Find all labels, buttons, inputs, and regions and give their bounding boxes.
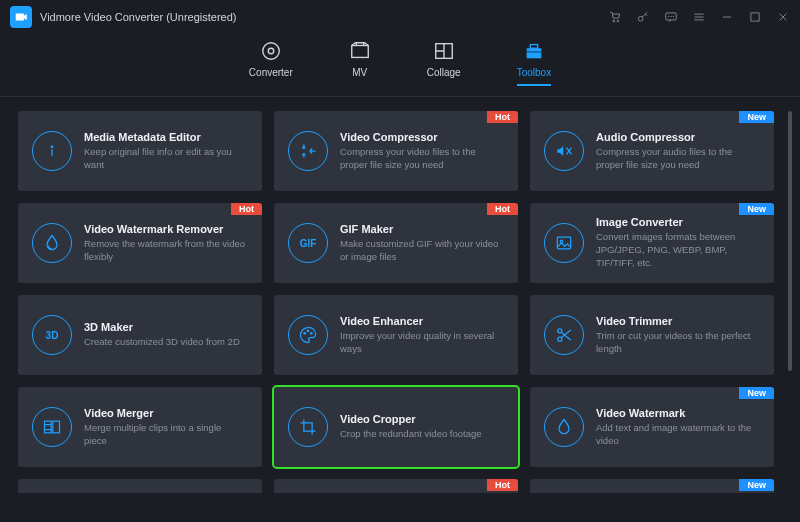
svg-point-3 [617,20,619,22]
svg-point-7 [671,16,672,17]
tool-desc: Improve your video quality in several wa… [340,330,502,356]
tool-title: Video Watermark Remover [84,223,246,235]
tool-title: Video Enhancer [340,315,502,327]
tool-card-merge[interactable]: Video MergerMerge multiple clips into a … [18,387,262,467]
droplet-icon [32,223,72,263]
converter-icon [260,40,282,62]
window-controls [608,10,790,24]
palette-icon [288,315,328,355]
cart-icon[interactable] [608,10,622,24]
svg-point-8 [673,16,674,17]
tool-card-palette[interactable]: Video EnhancerImprove your video quality… [274,295,518,375]
tool-desc: Add text and image watermark to the vide… [596,422,758,448]
titlebar: Vidmore Video Converter (Unregistered) [0,0,800,34]
tool-title: Video Watermark [596,407,758,419]
tool-title: Audio Compressor [596,131,758,143]
close-icon[interactable] [776,10,790,24]
svg-point-16 [51,146,53,148]
nav-converter[interactable]: Converter [249,40,293,86]
tool-title: Media Metadata Editor [84,131,246,143]
tool-desc: Make customized GIF with your video or i… [340,238,502,264]
tool-card-audio-compress[interactable]: NewAudio CompressorCompress your audio f… [530,111,774,191]
partial-card[interactable] [18,479,262,493]
gif-icon: GIF [288,223,328,263]
menu-icon[interactable] [692,10,706,24]
tool-card-droplet[interactable]: HotVideo Watermark RemoverRemove the wat… [18,203,262,283]
mv-icon [349,40,371,62]
tool-card-scissors[interactable]: Video TrimmerTrim or cut your videos to … [530,295,774,375]
collage-icon [433,40,455,62]
feedback-icon[interactable] [664,10,678,24]
svg-point-2 [613,20,615,22]
svg-point-21 [311,333,313,335]
nav-toolbox[interactable]: Toolbox [517,40,551,86]
water-icon [544,407,584,447]
partial-card[interactable]: Hot [274,479,518,493]
svg-point-10 [263,43,280,60]
new-badge: New [739,203,774,215]
tool-title: Video Trimmer [596,315,758,327]
tool-desc: Merge multiple clips into a single piece [84,422,246,448]
tool-desc: Remove the watermark from the video flex… [84,238,246,264]
tool-card-info[interactable]: Media Metadata EditorKeep original file … [18,111,262,191]
scrollbar-thumb[interactable] [788,111,792,371]
tool-card-3d[interactable]: 3D3D MakerCreate customized 3D video fro… [18,295,262,375]
minimize-icon[interactable] [720,10,734,24]
nav-mv[interactable]: MV [349,40,371,86]
svg-marker-1 [24,14,27,20]
tool-title: Video Merger [84,407,246,419]
compress-icon [288,131,328,171]
svg-point-19 [304,333,306,335]
image-icon [544,223,584,263]
tool-desc: Convert images formats between JPG/JPEG,… [596,231,758,269]
tool-title: Image Converter [596,216,758,228]
partial-card[interactable]: New [530,479,774,493]
svg-point-4 [638,16,643,21]
tool-title: GIF Maker [340,223,502,235]
hot-badge: Hot [231,203,262,215]
tool-desc: Compress your video files to the proper … [340,146,502,172]
tool-title: 3D Maker [84,321,240,333]
tool-card-crop[interactable]: Video CropperCrop the redundant video fo… [274,387,518,467]
svg-rect-24 [45,421,52,433]
tool-title: Video Compressor [340,131,502,143]
svg-point-11 [268,48,274,54]
new-badge: New [739,479,774,491]
tool-card-image[interactable]: NewImage ConverterConvert images formats… [530,203,774,283]
svg-point-22 [558,329,562,333]
svg-point-6 [668,16,669,17]
merge-icon [32,407,72,447]
nav-collage[interactable]: Collage [427,40,461,86]
svg-rect-15 [530,45,537,49]
hot-badge: Hot [487,203,518,215]
scissors-icon [544,315,584,355]
main-nav: Converter MV Collage Toolbox [0,34,800,97]
new-badge: New [739,111,774,123]
tool-card-compress[interactable]: HotVideo CompressorCompress your video f… [274,111,518,191]
svg-rect-17 [557,237,570,249]
tool-desc: Create customized 3D video from 2D [84,336,240,349]
maximize-icon[interactable] [748,10,762,24]
svg-point-20 [307,330,309,332]
app-logo [10,6,32,28]
toolbox-icon [523,40,545,62]
svg-point-23 [558,337,562,341]
svg-rect-25 [53,421,60,433]
tool-card-gif[interactable]: HotGIFGIF MakerMake customized GIF with … [274,203,518,283]
tool-title: Video Cropper [340,413,482,425]
tool-desc: Trim or cut your videos to the perfect l… [596,330,758,356]
app-title: Vidmore Video Converter (Unregistered) [40,11,236,23]
tool-desc: Compress your audio files to the proper … [596,146,758,172]
svg-rect-0 [16,14,24,21]
tool-desc: Keep original file info or edit as you w… [84,146,246,172]
toolbox-grid-wrap: Media Metadata EditorKeep original file … [0,97,800,522]
new-badge: New [739,387,774,399]
3d-icon: 3D [32,315,72,355]
toolbox-grid: Media Metadata EditorKeep original file … [18,111,774,467]
key-icon[interactable] [636,10,650,24]
svg-rect-9 [751,13,759,21]
svg-rect-12 [352,46,369,58]
info-icon [32,131,72,171]
crop-icon [288,407,328,447]
tool-card-water[interactable]: NewVideo WatermarkAdd text and image wat… [530,387,774,467]
